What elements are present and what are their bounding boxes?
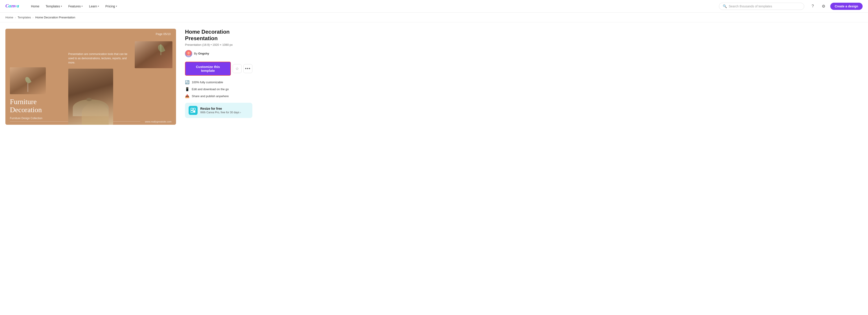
breadcrumb-templates[interactable]: Templates — [18, 16, 31, 19]
preview-image-chair — [68, 69, 113, 125]
breadcrumb-sep-1: › — [15, 16, 16, 19]
search-bar: 🔍 — [719, 3, 804, 10]
svg-point-6 — [187, 55, 190, 57]
edit-icon: 📱 — [185, 87, 189, 91]
author-avatar — [185, 50, 192, 57]
star-button[interactable]: ☆ — [232, 64, 242, 73]
resize-title: Resize for free — [200, 107, 241, 110]
author-name: By Ongshy — [194, 52, 209, 55]
svg-text:nv: nv — [11, 3, 16, 8]
svg-rect-8 — [193, 108, 195, 110]
settings-button[interactable]: ⚙ — [819, 2, 828, 10]
preview-image-right — [135, 41, 173, 68]
nav-pricing[interactable]: Pricing ▾ — [103, 3, 120, 9]
customize-button[interactable]: Customize this template — [185, 62, 231, 76]
template-title: Home Decoration Presentation — [185, 29, 252, 42]
breadcrumb: Home › Templates › Home Decoration Prese… — [0, 12, 868, 23]
breadcrumb-current: Home Decoration Presentation — [35, 16, 75, 19]
feature-list: 🔄 100% fully customizable 📱 Edit and dow… — [185, 80, 252, 98]
search-input[interactable] — [729, 4, 800, 8]
svg-rect-9 — [191, 111, 193, 113]
templates-chevron-icon: ▾ — [61, 5, 62, 7]
nav-items: Home Templates ▾ Features ▾ Learn ▾ Pric… — [28, 3, 120, 9]
svg-rect-7 — [191, 108, 193, 110]
template-sidebar: Home Decoration Presentation Presentatio… — [185, 29, 252, 118]
help-button[interactable]: ? — [809, 2, 817, 10]
resize-subtitle: With Canva Pro, free for 30 days › — [200, 111, 241, 114]
nav-learn[interactable]: Learn ▾ — [86, 3, 102, 9]
resize-text: Resize for free With Canva Pro, free for… — [200, 107, 241, 114]
preview-main-title: Furniture Decoration — [10, 98, 64, 113]
template-meta: Presentation (16:9) • 1920 × 1080 px — [185, 43, 252, 46]
svg-rect-10 — [193, 111, 195, 113]
preview-left-panel: Furniture Decoration Furniture Design Co… — [5, 29, 68, 125]
features-chevron-icon: ▾ — [82, 5, 83, 7]
resize-icon — [189, 106, 197, 115]
feature-share: 📤 Share and publish anywhere — [185, 94, 252, 98]
nav-templates[interactable]: Templates ▾ — [43, 3, 65, 9]
feature-customizable-label: 100% fully customizable — [192, 80, 223, 84]
action-row: Customize this template ☆ ••• — [185, 62, 252, 76]
search-icon: 🔍 — [723, 4, 727, 8]
template-preview: Page 05/10 Furniture Decoration Furnitur… — [5, 29, 176, 125]
resize-banner[interactable]: Resize for free With Canva Pro, free for… — [185, 103, 252, 118]
breadcrumb-sep-2: › — [33, 16, 34, 19]
star-icon: ☆ — [235, 66, 239, 71]
preview-right-panel — [131, 29, 176, 125]
share-icon: 📤 — [185, 94, 189, 98]
navbar: C a nv a Home Templates ▾ Features ▾ Lea… — [0, 0, 868, 12]
preview-subtitle: Furniture Design Collection — [10, 116, 64, 120]
create-design-button[interactable]: Create a design — [830, 3, 863, 10]
nav-home[interactable]: Home — [28, 3, 42, 9]
more-options-button[interactable]: ••• — [243, 64, 252, 73]
svg-text:a: a — [8, 3, 11, 8]
feature-edit-label: Edit and download on the go — [192, 88, 229, 91]
feature-share-label: Share and publish anywhere — [192, 95, 229, 98]
author-row: By Ongshy — [185, 50, 252, 57]
main-content: Page 05/10 Furniture Decoration Furnitur… — [0, 23, 868, 131]
nav-features[interactable]: Features ▾ — [66, 3, 85, 9]
preview-description: Presentation are communication tools tha… — [68, 48, 127, 69]
feature-customizable: 🔄 100% fully customizable — [185, 80, 252, 84]
feature-edit: 📱 Edit and download on the go — [185, 87, 252, 91]
breadcrumb-home[interactable]: Home — [5, 16, 13, 19]
resize-chevron-icon: › — [240, 111, 241, 114]
nav-right: ? ⚙ Create a design — [809, 2, 863, 10]
preview-image-top — [10, 67, 46, 94]
preview-url: www.reallygreatsite.com — [145, 120, 172, 123]
more-icon: ••• — [245, 66, 251, 71]
page-indicator: Page 05/10 — [68, 29, 176, 36]
svg-text:a: a — [17, 3, 19, 8]
learn-chevron-icon: ▾ — [98, 5, 99, 7]
preview-middle-panel: Presentation are communication tools tha… — [68, 29, 131, 125]
pricing-chevron-icon: ▾ — [116, 5, 117, 7]
svg-point-5 — [187, 52, 190, 54]
svg-text:C: C — [5, 3, 9, 8]
customizable-icon: 🔄 — [185, 80, 189, 84]
canva-logo[interactable]: C a nv a — [5, 2, 21, 10]
